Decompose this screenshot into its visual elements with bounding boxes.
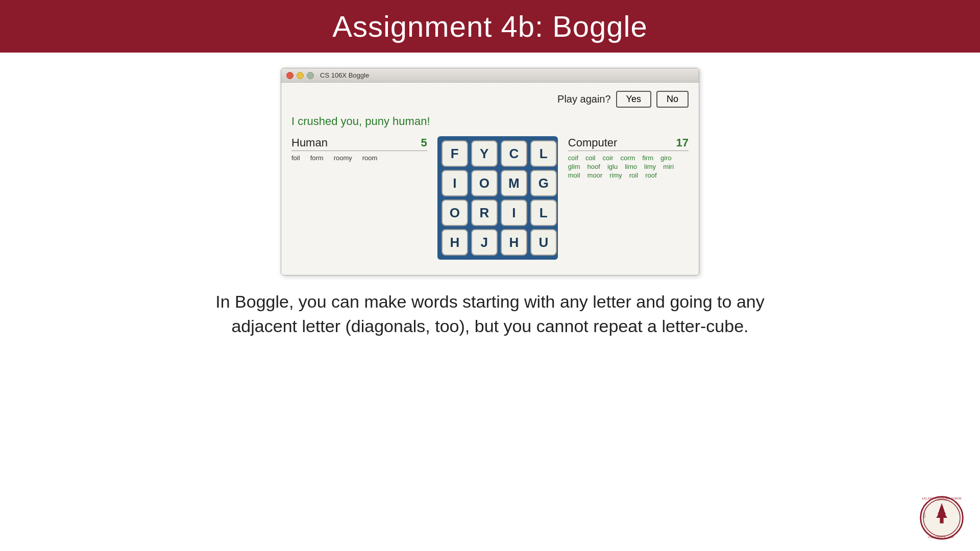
board-tile[interactable]: C	[501, 140, 527, 167]
maximize-button[interactable]	[307, 72, 314, 79]
computer-word: glim	[568, 163, 580, 170]
board-tile[interactable]: I	[442, 170, 468, 196]
board-tile[interactable]: F	[442, 140, 468, 167]
board-tile[interactable]: J	[471, 229, 498, 256]
play-again-label: Play again?	[557, 93, 611, 105]
bottom-description: In Boggle, you can make words starting w…	[184, 290, 796, 338]
board-tile[interactable]: M	[501, 170, 527, 196]
board-tile[interactable]: O	[442, 199, 468, 226]
boggle-board: FYCLIOMGORILHJHU	[437, 136, 558, 260]
computer-word: hoof	[587, 163, 600, 170]
human-word: room	[362, 154, 378, 162]
app-window: CS 106X Boggle Play again? Yes No I crus…	[281, 68, 699, 276]
board-tile[interactable]: O	[471, 170, 498, 196]
page-title: Assignment 4b: Boggle	[0, 9, 980, 43]
human-panel: Human 5 foilformroomyroom	[291, 136, 427, 162]
computer-word: moor	[587, 171, 603, 179]
board-tile[interactable]: L	[530, 199, 557, 226]
window-body: Play again? Yes No I crushed you, puny h…	[281, 83, 699, 275]
computer-header: Computer 17	[568, 136, 689, 151]
svg-text:EST.: EST.	[923, 513, 926, 518]
computer-word: iglu	[607, 163, 618, 170]
stanford-seal: LELAND STANFORD JUNIOR UNIVERSITY · 1891…	[919, 495, 965, 541]
computer-word: coil	[585, 154, 596, 162]
board-tile[interactable]: Y	[471, 140, 498, 167]
computer-title: Computer	[568, 136, 618, 149]
human-score: 5	[421, 136, 427, 149]
computer-word: roil	[629, 171, 638, 179]
computer-word: corm	[620, 154, 635, 162]
human-word: foil	[291, 154, 300, 162]
yes-button[interactable]: Yes	[616, 91, 651, 108]
svg-text:LELAND STANFORD JUNIOR: LELAND STANFORD JUNIOR	[922, 497, 962, 500]
play-again-row: Play again? Yes No	[291, 91, 689, 108]
no-button[interactable]: No	[656, 91, 689, 108]
computer-word: limy	[644, 163, 656, 170]
computer-word: roof	[645, 171, 656, 179]
board-container: FYCLIOMGORILHJHU	[437, 136, 558, 260]
human-title: Human	[291, 136, 328, 149]
computer-words-list: coifcoilcoircormfirmgiroglimhoofiglulimo…	[568, 154, 689, 179]
board-tile[interactable]: I	[501, 199, 527, 226]
titlebar: CS 106X Boggle	[281, 68, 699, 83]
computer-word: miri	[663, 163, 674, 170]
computer-panel: Computer 17 coifcoilcoircormfirmgiroglim…	[568, 136, 689, 179]
board-tile[interactable]: H	[501, 229, 527, 256]
board-tile[interactable]: U	[530, 229, 557, 256]
window-title: CS 106X Boggle	[320, 71, 369, 79]
close-button[interactable]	[286, 72, 293, 79]
game-area: Human 5 foilformroomyroom FYCLIOMGORILHJ…	[291, 136, 689, 260]
human-word: form	[310, 154, 324, 162]
board-tile[interactable]: L	[530, 140, 557, 167]
minimize-button[interactable]	[297, 72, 304, 79]
game-message: I crushed you, puny human!	[291, 115, 689, 128]
svg-text:UNIVERSITY · 1891 ·: UNIVERSITY · 1891 ·	[928, 536, 955, 539]
main-content: CS 106X Boggle Play again? Yes No I crus…	[0, 53, 980, 338]
board-tile[interactable]: H	[442, 229, 468, 256]
computer-word: giro	[660, 154, 672, 162]
human-word: roomy	[334, 154, 352, 162]
svg-rect-5	[940, 518, 943, 523]
board-tile[interactable]: G	[530, 170, 557, 196]
computer-word: coir	[603, 154, 614, 162]
computer-score: 17	[676, 136, 689, 149]
computer-word: firm	[642, 154, 653, 162]
board-tile[interactable]: R	[471, 199, 498, 226]
computer-word: rimy	[609, 171, 622, 179]
human-words-list: foilformroomyroom	[291, 154, 427, 162]
computer-word: moil	[568, 171, 580, 179]
header: Assignment 4b: Boggle	[0, 0, 980, 53]
human-header: Human 5	[291, 136, 427, 151]
computer-word: limo	[625, 163, 637, 170]
computer-word: coif	[568, 154, 578, 162]
